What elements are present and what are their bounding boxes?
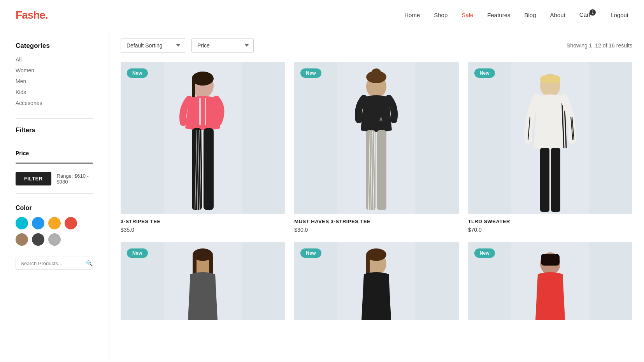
product-card[interactable]: New — [468, 242, 632, 320]
cart-label: Cart — [579, 11, 590, 18]
product-image-1[interactable]: New — [121, 62, 285, 214]
svg-rect-23 — [540, 75, 560, 83]
color-swatch-dark-gray[interactable] — [32, 233, 44, 246]
product-card[interactable]: New — [121, 242, 285, 320]
product-name-3: TLRD SWEATER — [468, 219, 632, 224]
category-kids[interactable]: Kids — [16, 89, 93, 96]
nav-blog[interactable]: Blog — [525, 12, 536, 18]
nav-cart[interactable]: Cart1 — [579, 11, 597, 19]
sorting-select[interactable]: Default Sorting Price: Low to High Price… — [121, 38, 185, 53]
color-swatches — [16, 217, 93, 246]
category-men[interactable]: Men — [16, 78, 93, 85]
color-swatch-red[interactable] — [65, 217, 77, 229]
product-image-6[interactable]: New — [468, 242, 632, 320]
product-figure-3 — [468, 62, 632, 214]
product-price-2: $30.0 — [294, 227, 458, 233]
main-content: Default Sorting Price: Low to High Price… — [109, 30, 644, 362]
color-swatch-cyan[interactable] — [16, 217, 28, 229]
product-badge-2: New — [300, 68, 321, 78]
filters-title: Filters — [16, 126, 93, 134]
color-section: Color — [16, 205, 93, 246]
svg-rect-4 — [199, 98, 201, 125]
product-image-5[interactable]: New — [294, 242, 458, 320]
main-nav: Home Shop Sale Features Blog About Cart1… — [404, 11, 628, 19]
logo-dot: . — [45, 9, 48, 21]
product-price-3: $70.0 — [468, 227, 632, 233]
svg-point-2 — [192, 72, 214, 86]
product-badge-1: New — [127, 68, 148, 78]
color-label: Color — [16, 205, 93, 212]
header: Fashe. Home Shop Sale Features Blog Abou… — [0, 0, 644, 30]
nav-about[interactable]: About — [550, 12, 565, 18]
product-card[interactable]: New 3-STRIPES TEE $35.0 — [121, 62, 285, 233]
toolbar: Default Sorting Price: Low to High Price… — [121, 38, 632, 53]
product-figure-1 — [121, 62, 285, 214]
product-image-4[interactable]: New — [121, 242, 285, 320]
product-image-2[interactable]: New — [294, 62, 458, 214]
product-image-3[interactable]: New — [468, 62, 632, 214]
product-card[interactable]: New — [294, 242, 458, 320]
product-card[interactable]: New TLRD SWEATER $70.0 — [468, 62, 632, 233]
product-name-1: 3-STRIPES TEE — [121, 219, 285, 224]
product-card[interactable]: New MUST HAVES 3-STRIPES TEE $30.0 — [294, 62, 458, 233]
product-badge-3: New — [474, 68, 495, 78]
price-range-text: Range: $610 - $980 — [57, 173, 93, 185]
category-women[interactable]: Women — [16, 67, 93, 74]
sidebar-divider-2 — [16, 142, 93, 142]
nav-shop[interactable]: Shop — [434, 12, 447, 18]
product-figure-2 — [294, 62, 458, 214]
svg-rect-42 — [541, 254, 560, 266]
product-grid: New 3-STRIPES TEE $35.0 — [121, 62, 632, 320]
color-swatch-tan[interactable] — [16, 233, 28, 246]
category-all[interactable]: All — [16, 56, 93, 63]
product-badge-6: New — [474, 248, 495, 258]
product-price-1: $35.0 — [121, 227, 285, 233]
search-icon[interactable]: 🔍 — [86, 260, 93, 266]
product-badge-4: New — [127, 248, 148, 258]
logo-text: Fashe — [16, 9, 45, 21]
nav-sale[interactable]: Sale — [462, 12, 473, 18]
svg-point-14 — [372, 68, 381, 76]
price-slider[interactable] — [16, 163, 93, 164]
svg-rect-29 — [540, 148, 549, 212]
sidebar-divider-3 — [16, 193, 93, 194]
price-slider-track — [16, 163, 93, 164]
search-input[interactable] — [21, 261, 86, 266]
price-label: Price — [16, 150, 93, 156]
page-layout: Categories All Women Men Kids Accesories… — [0, 30, 644, 362]
svg-rect-17 — [377, 130, 386, 210]
nav-logout[interactable]: Logout — [611, 12, 628, 18]
nav-home[interactable]: Home — [404, 12, 420, 18]
search-box[interactable]: 🔍 — [16, 257, 93, 270]
color-swatch-light-gray[interactable] — [48, 233, 61, 246]
categories-list: All Women Men Kids Accesories — [16, 56, 93, 107]
color-swatch-orange[interactable] — [48, 217, 61, 229]
categories-title: Categories — [16, 42, 93, 50]
price-select[interactable]: Price Low to High High to Low — [191, 38, 254, 53]
filter-button[interactable]: FILTER — [16, 172, 51, 185]
cart-badge: 1 — [590, 9, 596, 16]
product-badge-5: New — [300, 248, 321, 258]
results-text: Showing 1–12 of 16 results — [567, 42, 632, 49]
nav-features[interactable]: Features — [487, 12, 510, 18]
product-name-2: MUST HAVES 3-STRIPES TEE — [294, 219, 458, 224]
sidebar: Categories All Women Men Kids Accesories… — [0, 30, 109, 362]
svg-rect-7 — [204, 128, 214, 210]
category-accessories[interactable]: Accesories — [16, 100, 93, 107]
color-swatch-blue[interactable] — [32, 217, 44, 229]
svg-rect-5 — [205, 98, 206, 125]
sidebar-divider-1 — [16, 118, 93, 119]
logo[interactable]: Fashe. — [16, 9, 48, 21]
svg-rect-30 — [551, 148, 560, 212]
